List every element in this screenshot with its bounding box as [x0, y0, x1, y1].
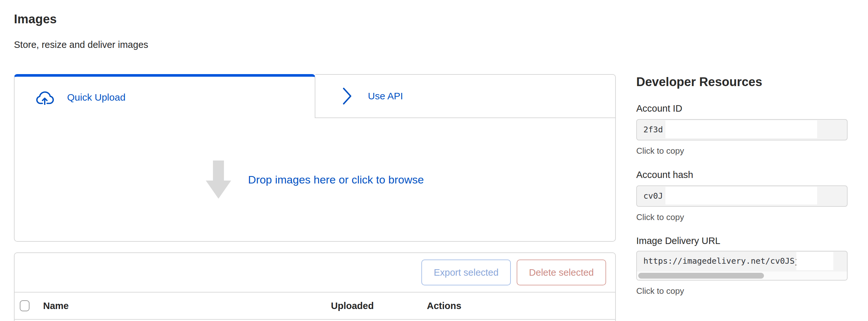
image-delivery-url-field[interactable]: https://imagedelivery.net/cv0JSj: [636, 251, 847, 281]
delete-selected-button[interactable]: Delete selected: [517, 259, 606, 285]
dropzone-label: Drop images here or click to browse: [248, 173, 424, 186]
horizontal-scrollbar[interactable]: [637, 272, 847, 280]
image-delivery-url-label: Image Delivery URL: [636, 235, 847, 246]
account-hash-field[interactable]: cv0J: [636, 185, 847, 207]
account-id-copy-hint[interactable]: Click to copy: [636, 146, 847, 156]
page-subtitle: Store, resize and deliver images: [14, 39, 148, 50]
upload-method-tabs: Quick Upload Use API: [14, 74, 616, 118]
account-hash-copy-hint[interactable]: Click to copy: [636, 212, 847, 222]
image-delivery-url-copy-hint[interactable]: Click to copy: [636, 286, 847, 296]
tab-quick-upload-label: Quick Upload: [67, 92, 125, 103]
account-id-field[interactable]: 2f3d: [636, 119, 847, 140]
redaction-overlay: [796, 252, 833, 270]
empty-table-body: [14, 320, 615, 321]
developer-resources-title: Developer Resources: [636, 74, 762, 89]
account-id-label: Account ID: [636, 103, 847, 114]
images-page: Images Store, resize and deliver images …: [0, 0, 868, 321]
table-header-row: Name Uploaded Actions: [14, 292, 615, 320]
account-hash-group: Account hash cv0J Click to copy: [636, 169, 847, 222]
images-table-card: Export selected Delete selected Name Upl…: [14, 252, 616, 321]
redaction-overlay: [665, 120, 817, 138]
account-id-group: Account ID 2f3d Click to copy: [636, 103, 847, 156]
account-hash-label: Account hash: [636, 169, 847, 180]
column-header-actions: Actions: [427, 300, 461, 311]
select-all-checkbox[interactable]: [20, 300, 30, 311]
page-title: Images: [14, 12, 57, 27]
arrow-down-icon: [206, 160, 231, 199]
scrollbar-thumb[interactable]: [638, 273, 764, 279]
main-column: Images Store, resize and deliver images …: [14, 0, 616, 321]
column-header-uploaded: Uploaded: [331, 300, 374, 311]
upload-dropzone[interactable]: Drop images here or click to browse: [14, 118, 616, 242]
image-delivery-url-group: Image Delivery URL https://imagedelivery…: [636, 235, 847, 296]
chevron-right-icon: [341, 87, 353, 105]
developer-resources-panel: Developer Resources Account ID 2f3d Clic…: [636, 0, 847, 321]
table-toolbar: Export selected Delete selected: [14, 253, 615, 292]
redaction-overlay: [665, 187, 817, 205]
tab-quick-upload[interactable]: Quick Upload: [14, 74, 315, 118]
export-selected-button[interactable]: Export selected: [421, 259, 511, 285]
cloud-upload-icon: [35, 90, 54, 105]
column-header-name: Name: [43, 300, 69, 311]
tab-use-api-label: Use API: [368, 90, 403, 102]
tab-use-api[interactable]: Use API: [315, 74, 616, 118]
